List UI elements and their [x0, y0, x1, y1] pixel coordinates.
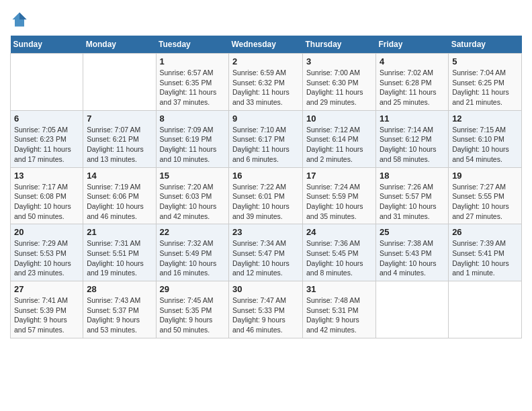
day-info: Sunrise: 7:14 AM Sunset: 6:12 PM Dayligh…	[380, 125, 445, 165]
day-number: 26	[452, 227, 518, 237]
day-info: Sunrise: 7:19 AM Sunset: 6:06 PM Dayligh…	[87, 182, 152, 222]
day-info: Sunrise: 7:24 AM Sunset: 5:59 PM Dayligh…	[306, 182, 372, 222]
day-header-sunday: Sunday	[11, 36, 83, 54]
day-number: 24	[306, 227, 372, 237]
logo	[10, 10, 32, 29]
day-number: 29	[160, 284, 226, 294]
calendar-week-row: 20Sunrise: 7:29 AM Sunset: 5:53 PM Dayli…	[11, 224, 522, 281]
day-info: Sunrise: 7:00 AM Sunset: 6:30 PM Dayligh…	[306, 68, 372, 107]
calendar-cell: 22Sunrise: 7:32 AM Sunset: 5:49 PM Dayli…	[156, 224, 229, 281]
calendar-header-row: SundayMondayTuesdayWednesdayThursdayFrid…	[11, 36, 522, 54]
day-number: 9	[232, 113, 299, 124]
day-number: 25	[380, 227, 445, 237]
day-info: Sunrise: 7:15 AM Sunset: 6:10 PM Dayligh…	[452, 125, 518, 165]
day-header-tuesday: Tuesday	[156, 36, 229, 54]
calendar-cell	[83, 54, 156, 111]
calendar-cell: 19Sunrise: 7:27 AM Sunset: 5:55 PM Dayli…	[449, 167, 522, 224]
day-number: 19	[452, 171, 518, 181]
day-info: Sunrise: 7:32 AM Sunset: 5:49 PM Dayligh…	[160, 238, 226, 278]
day-number: 5	[452, 56, 518, 66]
day-info: Sunrise: 7:39 AM Sunset: 5:41 PM Dayligh…	[452, 238, 518, 278]
calendar-cell: 7Sunrise: 7:07 AM Sunset: 6:21 PM Daylig…	[83, 110, 156, 167]
calendar-cell: 23Sunrise: 7:34 AM Sunset: 5:47 PM Dayli…	[229, 224, 303, 281]
calendar-cell: 27Sunrise: 7:41 AM Sunset: 5:39 PM Dayli…	[11, 281, 83, 338]
day-number: 12	[452, 113, 518, 124]
calendar-week-row: 1Sunrise: 6:57 AM Sunset: 6:35 PM Daylig…	[11, 54, 522, 111]
day-number: 4	[380, 56, 445, 66]
day-number: 14	[87, 171, 152, 181]
calendar-cell: 2Sunrise: 6:59 AM Sunset: 6:32 PM Daylig…	[229, 54, 303, 111]
day-number: 16	[232, 171, 299, 181]
calendar-cell: 9Sunrise: 7:10 AM Sunset: 6:17 PM Daylig…	[229, 110, 303, 167]
day-header-wednesday: Wednesday	[229, 36, 303, 54]
day-info: Sunrise: 7:38 AM Sunset: 5:43 PM Dayligh…	[380, 238, 445, 278]
day-number: 11	[380, 113, 445, 124]
day-info: Sunrise: 7:48 AM Sunset: 5:31 PM Dayligh…	[306, 295, 372, 335]
day-info: Sunrise: 7:10 AM Sunset: 6:17 PM Dayligh…	[232, 125, 299, 165]
day-info: Sunrise: 7:31 AM Sunset: 5:51 PM Dayligh…	[87, 238, 152, 278]
day-info: Sunrise: 7:02 AM Sunset: 6:28 PM Dayligh…	[380, 68, 445, 107]
day-header-monday: Monday	[83, 36, 156, 54]
calendar-cell: 10Sunrise: 7:12 AM Sunset: 6:14 PM Dayli…	[302, 110, 375, 167]
calendar-cell: 1Sunrise: 6:57 AM Sunset: 6:35 PM Daylig…	[156, 54, 229, 111]
day-info: Sunrise: 7:29 AM Sunset: 5:53 PM Dayligh…	[14, 238, 79, 278]
day-number: 31	[306, 284, 372, 294]
calendar-cell: 18Sunrise: 7:26 AM Sunset: 5:57 PM Dayli…	[375, 167, 448, 224]
logo-icon	[10, 10, 29, 29]
day-info: Sunrise: 7:04 AM Sunset: 6:25 PM Dayligh…	[452, 68, 518, 107]
day-info: Sunrise: 7:27 AM Sunset: 5:55 PM Dayligh…	[452, 182, 518, 222]
calendar-cell	[449, 281, 522, 338]
day-info: Sunrise: 7:43 AM Sunset: 5:37 PM Dayligh…	[87, 295, 152, 335]
day-info: Sunrise: 7:34 AM Sunset: 5:47 PM Dayligh…	[232, 238, 299, 278]
calendar-cell: 28Sunrise: 7:43 AM Sunset: 5:37 PM Dayli…	[83, 281, 156, 338]
calendar-cell: 3Sunrise: 7:00 AM Sunset: 6:30 PM Daylig…	[302, 54, 375, 111]
day-info: Sunrise: 7:45 AM Sunset: 5:35 PM Dayligh…	[160, 295, 226, 335]
day-number: 21	[87, 227, 152, 237]
calendar-cell: 31Sunrise: 7:48 AM Sunset: 5:31 PM Dayli…	[302, 281, 375, 338]
calendar-cell: 24Sunrise: 7:36 AM Sunset: 5:45 PM Dayli…	[302, 224, 375, 281]
day-info: Sunrise: 7:47 AM Sunset: 5:33 PM Dayligh…	[232, 295, 299, 335]
day-info: Sunrise: 7:07 AM Sunset: 6:21 PM Dayligh…	[87, 125, 152, 165]
day-number: 8	[160, 113, 226, 124]
calendar-week-row: 6Sunrise: 7:05 AM Sunset: 6:23 PM Daylig…	[11, 110, 522, 167]
day-number: 7	[87, 113, 152, 124]
page-header	[10, 10, 522, 29]
calendar-table: SundayMondayTuesdayWednesdayThursdayFrid…	[10, 36, 522, 338]
calendar-cell: 30Sunrise: 7:47 AM Sunset: 5:33 PM Dayli…	[229, 281, 303, 338]
calendar-cell: 17Sunrise: 7:24 AM Sunset: 5:59 PM Dayli…	[302, 167, 375, 224]
day-info: Sunrise: 7:36 AM Sunset: 5:45 PM Dayligh…	[306, 238, 372, 278]
day-info: Sunrise: 7:12 AM Sunset: 6:14 PM Dayligh…	[306, 125, 372, 165]
day-number: 17	[306, 171, 372, 181]
day-number: 22	[160, 227, 226, 237]
day-info: Sunrise: 7:09 AM Sunset: 6:19 PM Dayligh…	[160, 125, 226, 165]
calendar-cell: 15Sunrise: 7:20 AM Sunset: 6:03 PM Dayli…	[156, 167, 229, 224]
day-info: Sunrise: 6:59 AM Sunset: 6:32 PM Dayligh…	[232, 68, 299, 107]
day-number: 23	[232, 227, 299, 237]
day-info: Sunrise: 7:05 AM Sunset: 6:23 PM Dayligh…	[14, 125, 79, 165]
day-number: 18	[380, 171, 445, 181]
svg-marker-1	[19, 13, 27, 20]
day-header-friday: Friday	[375, 36, 448, 54]
calendar-cell: 14Sunrise: 7:19 AM Sunset: 6:06 PM Dayli…	[83, 167, 156, 224]
day-number: 20	[14, 227, 79, 237]
day-number: 2	[232, 56, 299, 66]
day-number: 30	[232, 284, 299, 294]
calendar-cell	[375, 281, 448, 338]
day-number: 15	[160, 171, 226, 181]
calendar-cell	[11, 54, 83, 111]
calendar-cell: 21Sunrise: 7:31 AM Sunset: 5:51 PM Dayli…	[83, 224, 156, 281]
day-number: 3	[306, 56, 372, 66]
day-info: Sunrise: 7:41 AM Sunset: 5:39 PM Dayligh…	[14, 295, 79, 335]
day-header-saturday: Saturday	[449, 36, 522, 54]
calendar-week-row: 27Sunrise: 7:41 AM Sunset: 5:39 PM Dayli…	[11, 281, 522, 338]
calendar-cell: 4Sunrise: 7:02 AM Sunset: 6:28 PM Daylig…	[375, 54, 448, 111]
day-number: 13	[14, 171, 79, 181]
calendar-week-row: 13Sunrise: 7:17 AM Sunset: 6:08 PM Dayli…	[11, 167, 522, 224]
calendar-cell: 29Sunrise: 7:45 AM Sunset: 5:35 PM Dayli…	[156, 281, 229, 338]
calendar-cell: 6Sunrise: 7:05 AM Sunset: 6:23 PM Daylig…	[11, 110, 83, 167]
day-number: 10	[306, 113, 372, 124]
calendar-cell: 13Sunrise: 7:17 AM Sunset: 6:08 PM Dayli…	[11, 167, 83, 224]
day-number: 6	[14, 113, 79, 124]
day-number: 1	[160, 56, 226, 66]
calendar-cell: 25Sunrise: 7:38 AM Sunset: 5:43 PM Dayli…	[375, 224, 448, 281]
